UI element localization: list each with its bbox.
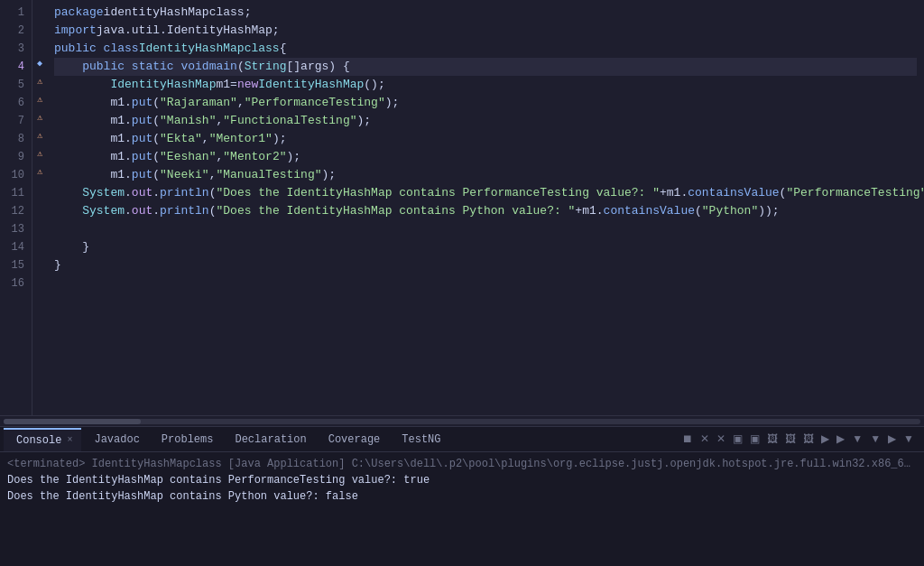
code-line-6: m1.put("Rajaraman","PerformanceTesting" …	[54, 94, 917, 112]
gutter-row-8: ⚠	[32, 126, 47, 144]
problems-tab-label: Problems	[162, 433, 214, 446]
code-line-10: m1.put("Neeki","ManualTesting");	[54, 166, 917, 184]
gutter-row-2	[32, 18, 47, 36]
code-line-9: m1.put("Eeshan", "Mentor2");	[54, 148, 917, 166]
line-numbers: 12345678910111213141516	[0, 0, 32, 415]
line-number-14: 14	[4, 238, 24, 256]
gutter-row-1	[32, 0, 47, 18]
tab-testng[interactable]: TestNG	[389, 428, 449, 451]
gutter-row-16	[32, 271, 47, 289]
line-number-2: 2	[4, 22, 24, 40]
line-number-4: 4	[4, 58, 24, 76]
code-content[interactable]: package identityHashMapclass;import java…	[47, 0, 924, 415]
code-line-14: }	[54, 238, 917, 256]
line-number-16: 16	[4, 274, 24, 292]
panel-content: <terminated> IdentityHashMapclass [Java …	[0, 452, 924, 566]
toolbar-btn-0[interactable]: ⏹	[679, 431, 696, 447]
line-number-8: 8	[4, 130, 24, 148]
line-number-6: 6	[4, 94, 24, 112]
toolbar-btn-6[interactable]: 🖼	[782, 431, 799, 447]
code-line-7: m1.put("Manish", "FunctionalTesting");	[54, 112, 917, 130]
code-line-1: package identityHashMapclass;	[54, 4, 917, 22]
gutter-row-15	[32, 253, 47, 271]
toolbar-btn-10[interactable]: ▼	[849, 431, 865, 447]
gutter-row-6: ⚠	[32, 90, 47, 108]
toolbar-btn-8[interactable]: ▶	[818, 431, 832, 447]
code-line-2: import java.util.IdentityHashMap;	[54, 22, 917, 40]
toolbar-btn-7[interactable]: 🖼	[800, 431, 817, 447]
gutter-row-10: ⚠	[32, 162, 47, 181]
gutter-row-11	[32, 181, 47, 199]
line-number-15: 15	[4, 256, 24, 274]
panel-toolbar: ⏹✕✕▣▣🖼🖼🖼▶▶▼▼▶▼	[676, 426, 920, 451]
testng-tab-label: TestNG	[402, 433, 440, 446]
code-line-16	[54, 274, 917, 292]
scroll-track	[4, 419, 920, 424]
code-area: 12345678910111213141516 ◆⚠⚠⚠⚠⚠⚠ package …	[0, 0, 924, 415]
line-number-11: 11	[4, 184, 24, 202]
tab-coverage[interactable]: Coverage	[316, 428, 390, 451]
code-line-12: System.out.println("Does the IdentityHas…	[54, 202, 917, 220]
toolbar-btn-5[interactable]: 🖼	[764, 431, 781, 447]
line-number-13: 13	[4, 220, 24, 238]
gutter-icons: ◆⚠⚠⚠⚠⚠⚠	[32, 0, 47, 415]
code-line-8: m1.put("Ekta", "Mentor1");	[54, 130, 917, 148]
gutter-row-9: ⚠	[32, 144, 47, 162]
code-line-5: IdentityHashMap m1= new IdentityHashMap(…	[54, 76, 917, 94]
console-close-btn[interactable]: ×	[67, 435, 72, 445]
toolbar-btn-3[interactable]: ▣	[730, 431, 745, 447]
declaration-tab-label: Declaration	[235, 433, 306, 446]
output-line-0: Does the IdentityHashMap contains Perfor…	[7, 472, 917, 488]
tab-problems[interactable]: Problems	[149, 428, 223, 451]
gutter-row-13	[32, 217, 47, 235]
line-number-3: 3	[4, 40, 24, 58]
line-number-10: 10	[4, 166, 24, 184]
gutter-row-14	[32, 235, 47, 253]
code-editor: 12345678910111213141516 ◆⚠⚠⚠⚠⚠⚠ package …	[0, 0, 924, 426]
code-line-11: System.out.println("Does the IdentityHas…	[54, 184, 917, 202]
code-line-13	[54, 220, 917, 238]
horizontal-scrollbar[interactable]	[0, 415, 924, 426]
line-number-5: 5	[4, 76, 24, 94]
output-lines: Does the IdentityHashMap contains Perfor…	[7, 472, 917, 505]
code-line-15: }	[54, 256, 917, 274]
scroll-thumb	[4, 419, 141, 424]
code-line-4: public static void main(String[] args) {	[54, 58, 917, 76]
gutter-row-12	[32, 199, 47, 217]
line-number-9: 9	[4, 148, 24, 166]
terminated-line: <terminated> IdentityHashMapclass [Java …	[7, 456, 917, 472]
toolbar-btn-1[interactable]: ✕	[698, 431, 712, 447]
gutter-row-5: ⚠	[32, 72, 47, 90]
tab-javadoc[interactable]: Javadoc	[81, 428, 148, 451]
console-tab-label: Console	[16, 434, 61, 447]
coverage-tab-label: Coverage	[328, 433, 381, 446]
toolbar-btn-13[interactable]: ▼	[901, 431, 917, 447]
line-number-1: 1	[4, 4, 24, 22]
toolbar-btn-12[interactable]: ▶	[885, 431, 899, 447]
javadoc-tab-label: Javadoc	[94, 433, 139, 446]
toolbar-btn-11[interactable]: ▼	[867, 431, 883, 447]
gutter-row-7: ⚠	[32, 108, 47, 126]
line-number-12: 12	[4, 202, 24, 220]
tab-declaration[interactable]: Declaration	[222, 428, 315, 451]
gutter-row-4: ◆	[32, 54, 47, 72]
code-line-3: public class IdentityHashMapclass {	[54, 40, 917, 58]
toolbar-btn-2[interactable]: ✕	[714, 431, 728, 447]
tab-console[interactable]: Console×	[4, 428, 81, 451]
toolbar-btn-4[interactable]: ▣	[747, 431, 762, 447]
toolbar-btn-9[interactable]: ▶	[834, 431, 847, 447]
line-number-7: 7	[4, 112, 24, 130]
output-line-1: Does the IdentityHashMap contains Python…	[7, 488, 917, 505]
gutter-row-3	[32, 36, 47, 54]
